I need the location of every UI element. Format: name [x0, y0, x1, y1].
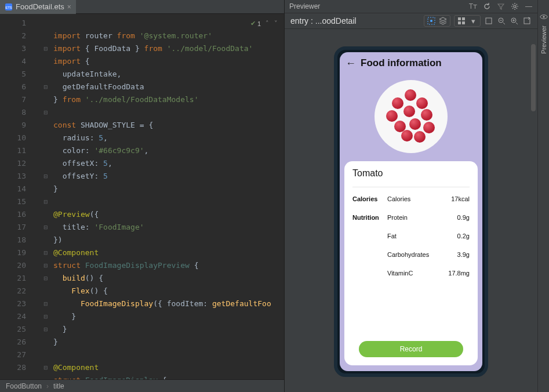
svg-text:ETS: ETS	[5, 6, 12, 9]
food-image	[375, 80, 448, 153]
minimize-icon[interactable]: —	[525, 2, 533, 10]
food-image-wrap	[340, 74, 482, 161]
text-size-icon[interactable]: Tᴛ	[469, 2, 477, 10]
svg-rect-6	[462, 17, 465, 20]
rotate-icon[interactable]	[522, 16, 532, 26]
app-screen: ← Food information	[340, 52, 482, 371]
svg-point-4	[430, 20, 432, 22]
close-icon[interactable]: ×	[67, 3, 71, 11]
check-icon: ✔	[250, 20, 256, 27]
fold-column: ⊟⊟⊟⊟⊟⊟⊟⊟⊟⊟⊟⊟⊟	[41, 14, 51, 379]
tab-label: FoodDetail.ets	[16, 2, 64, 11]
record-button[interactable]: Record	[359, 341, 463, 357]
preview-route: entry : ...oodDetail	[290, 16, 357, 26]
nutrition-row: Calories Calories 17kcal	[352, 195, 470, 202]
previewer-toolbar: entry : ...oodDetail ▾	[285, 13, 537, 29]
svg-rect-8	[462, 21, 465, 24]
crop-icon[interactable]	[484, 16, 493, 26]
chevron-down-icon[interactable]: ▾	[468, 16, 478, 26]
zoom-out-icon[interactable]	[497, 16, 506, 26]
layers-icon[interactable]	[438, 16, 448, 26]
code-area[interactable]: import router from '@system.router' impo…	[51, 14, 284, 379]
nutrition-row: Nutrition Protein 0.9g	[352, 214, 470, 221]
breadcrumb-item[interactable]: FoodButton	[6, 382, 42, 390]
hint-nav-arrows[interactable]: ˄ ˅	[266, 20, 279, 27]
chevron-right-icon: ›	[46, 382, 49, 390]
editor-tabs: ETS FoodDetail.ets ×	[0, 0, 284, 14]
svg-rect-5	[458, 17, 461, 20]
editor-panel: ETS FoodDetail.ets × ✔ 1 ˄ ˅ 1 2 3 4 5 6…	[0, 0, 284, 392]
filter-icon[interactable]	[497, 2, 505, 10]
svg-point-2	[514, 5, 516, 8]
line-number: 1	[0, 17, 41, 30]
svg-rect-7	[458, 21, 461, 24]
preview-canvas: ← Food information	[285, 29, 537, 392]
svg-rect-9	[486, 18, 492, 24]
svg-point-14	[543, 16, 544, 17]
nutrition-row: Fat 0.2g	[352, 233, 470, 239]
nutrition-row: Carbohydrates 3.9g	[352, 251, 470, 258]
ets-file-icon: ETS	[5, 3, 13, 11]
food-name: Tomato	[352, 168, 470, 179]
nutrition-row: VitaminC 17.8mg	[352, 270, 470, 277]
nutrition-card: Tomato Calories Calories 17kcal Nutritio…	[344, 161, 478, 365]
zoom-in-icon[interactable]	[510, 16, 519, 26]
nutrient-label: Calories	[387, 195, 435, 202]
divider	[352, 187, 470, 187]
page-title: Food information	[361, 57, 442, 69]
fold-toggle[interactable]: ⊟	[41, 42, 51, 55]
nutrient-value: 17kcal	[435, 195, 470, 202]
gear-icon[interactable]	[511, 2, 519, 10]
line-gutter: 1 2 3 4 5 6 7 8 9 10 11 12 13 14 15 16 1…	[0, 14, 41, 379]
inspection-hint[interactable]: ✔ 1	[250, 20, 261, 27]
rail-label[interactable]: Previewer	[540, 26, 547, 54]
eye-icon[interactable]	[540, 13, 548, 21]
scrollbar-thumb[interactable]	[531, 44, 536, 111]
tab-fooddetail[interactable]: ETS FoodDetail.ets ×	[0, 0, 76, 14]
breadcrumb-item[interactable]: title	[53, 382, 64, 390]
previewer-titlebar: Previewer Tᴛ —	[285, 0, 537, 13]
refresh-icon[interactable]	[483, 2, 491, 10]
grid-icon[interactable]	[457, 16, 466, 26]
inspect-icon[interactable]	[427, 16, 436, 26]
previewer-panel: Previewer Tᴛ — entry : ...oodDetail ▾	[284, 0, 537, 392]
previewer-title: Previewer	[289, 2, 320, 10]
app-header: ← Food information	[340, 52, 482, 74]
breadcrumb[interactable]: FoodButton › title	[0, 379, 284, 392]
editor-body: ✔ 1 ˄ ˅ 1 2 3 4 5 6 7 8 9 10 11 12 13 14…	[0, 14, 284, 379]
section-label: Calories	[352, 195, 387, 202]
back-arrow-icon[interactable]: ←	[346, 57, 356, 70]
right-tool-rail: Previewer	[537, 0, 549, 392]
device-frame: ← Food information	[334, 46, 488, 377]
